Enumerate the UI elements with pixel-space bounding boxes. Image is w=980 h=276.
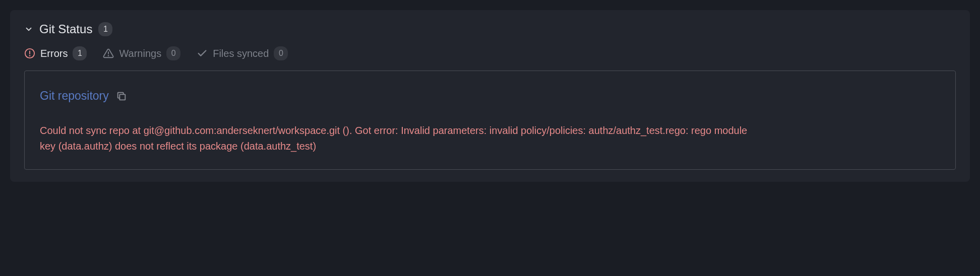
panel-count-badge: 1 bbox=[98, 22, 112, 36]
panel-title: Git Status bbox=[39, 22, 92, 36]
warning-triangle-icon bbox=[103, 48, 114, 59]
svg-point-2 bbox=[30, 55, 30, 56]
error-title: Git repository bbox=[40, 89, 109, 103]
error-details-box: Git repository Could not sync repo at gi… bbox=[24, 71, 956, 170]
tab-count-badge: 0 bbox=[274, 46, 288, 60]
tab-files-synced[interactable]: Files synced 0 bbox=[197, 46, 288, 60]
error-circle-icon bbox=[24, 48, 35, 59]
tab-count-badge: 0 bbox=[166, 46, 180, 60]
tab-count-badge: 1 bbox=[73, 46, 87, 60]
svg-point-4 bbox=[108, 55, 109, 56]
check-icon bbox=[197, 48, 208, 59]
tab-warnings[interactable]: Warnings 0 bbox=[103, 46, 180, 60]
copy-icon[interactable] bbox=[116, 91, 127, 102]
chevron-down-icon[interactable] bbox=[24, 25, 33, 34]
tab-errors[interactable]: Errors 1 bbox=[24, 46, 87, 60]
tab-label: Files synced bbox=[213, 48, 269, 59]
error-message: Could not sync repo at git@github.com:an… bbox=[40, 123, 761, 154]
tab-label: Warnings bbox=[119, 48, 161, 59]
svg-rect-5 bbox=[119, 94, 125, 100]
git-status-panel: Git Status 1 Errors 1 War bbox=[10, 10, 970, 182]
tabs-row: Errors 1 Warnings 0 Files synced 0 bbox=[24, 46, 956, 60]
panel-header: Git Status 1 bbox=[24, 22, 956, 36]
tab-label: Errors bbox=[40, 48, 68, 59]
error-header: Git repository bbox=[40, 89, 940, 103]
